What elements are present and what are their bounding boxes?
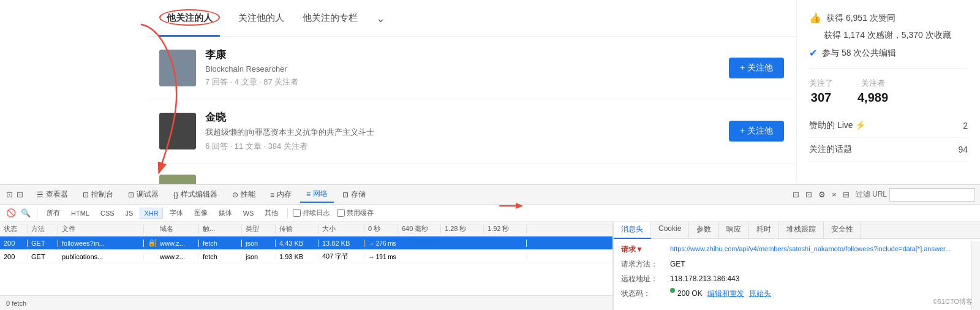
- filter-sep-1: [37, 208, 37, 218]
- toolbar-action-icons: ⊡ ⊡ ⚙ × ⊟: [791, 189, 851, 200]
- req-tab-security[interactable]: 安全性: [824, 222, 861, 238]
- req-tab-headers[interactable]: 消息头: [614, 222, 651, 239]
- filter-url-label: 过滤 URL: [856, 189, 887, 200]
- filter-all[interactable]: 所有: [42, 206, 64, 219]
- row1-method: GET: [28, 253, 58, 260]
- person-stats-0: 7 回答 · 4 文章 · 87 关注者: [205, 77, 720, 88]
- person-name-1[interactable]: 金晓: [205, 110, 720, 124]
- filter-image[interactable]: 图像: [190, 206, 212, 219]
- profile-section: 他关注的人 关注他的人 他关注的专栏 ⌄ 李康 Blockchain Resea…: [0, 0, 796, 202]
- edit-resend-link[interactable]: 编辑和重发: [707, 288, 744, 299]
- devtools-toolbar: ⊡ ⊡ ☰ 查看器 ⊡ 控制台 ⊡ 调试器 {} 样式编辑器 ⊙ 性能: [0, 185, 980, 205]
- person-avatar-1: [159, 113, 196, 149]
- person-info-0: 李康 Blockchain Researcher 7 回答 · 4 文章 · 8…: [205, 48, 720, 88]
- detail-url-row: 请求▼ https://www.zhihu.com/api/v4/members…: [621, 244, 973, 255]
- top-content: 他关注的人 关注他的人 他关注的专栏 ⌄ 李康 Blockchain Resea…: [0, 0, 980, 202]
- row1-waterfall: → 191 ms: [364, 253, 527, 260]
- header-type: 类型: [242, 224, 276, 233]
- follow-button-1[interactable]: + 关注他: [729, 121, 784, 142]
- clear-icon[interactable]: 🚫: [5, 207, 17, 219]
- thumbs-up-icon: 👍: [809, 12, 821, 24]
- header-status: 状态: [0, 224, 28, 233]
- detail-method-label: 请求方法：: [621, 259, 670, 270]
- tab-style-editor[interactable]: {} 样式编辑器: [167, 187, 224, 202]
- filter-font[interactable]: 字体: [165, 206, 187, 219]
- filter-html[interactable]: HTML: [67, 208, 94, 219]
- filter-xhr[interactable]: XHR: [140, 208, 162, 219]
- settings-icon[interactable]: ⚙: [817, 189, 827, 200]
- row0-transfer: 4.43 KB: [276, 240, 318, 247]
- tab-console[interactable]: ⊡ 控制台: [77, 187, 119, 202]
- tab-debugger[interactable]: ⊡ 调试器: [122, 187, 165, 202]
- detail-status-row: 状态码： 200 OK 编辑和重发 原始头: [621, 288, 973, 299]
- close-icon[interactable]: ×: [831, 189, 838, 200]
- debugger-icon: ⊡: [128, 191, 134, 199]
- tab-following-columns[interactable]: 他关注的专栏: [303, 9, 358, 27]
- filter-url-input[interactable]: [889, 188, 975, 202]
- person-info-1: 金晓 我超级懒的|向罪恶资本主义抗争的共产主义斗士 6 回答 · 11 文章 ·…: [205, 110, 720, 152]
- disable-cache-label: 禁用缓存: [337, 208, 374, 217]
- req-tab-params[interactable]: 参数: [689, 222, 719, 238]
- tab-performance[interactable]: ⊙ 性能: [226, 187, 262, 202]
- devtools-panel: ⊡ ⊡ ☰ 查看器 ⊡ 控制台 ⊡ 调试器 {} 样式编辑器 ⊙ 性能: [0, 184, 980, 310]
- devtools-bottom-bar: 0 fetch: [0, 295, 612, 310]
- person-avatar-0: [159, 50, 196, 86]
- status-dot: [670, 288, 675, 293]
- memory-icon: ≡: [270, 191, 274, 199]
- filter-js[interactable]: JS: [121, 208, 138, 219]
- row0-type: json: [242, 240, 276, 247]
- page-container: 他关注的人 关注他的人 他关注的专栏 ⌄ 李康 Blockchain Resea…: [0, 0, 980, 310]
- original-header-link[interactable]: 原始头: [749, 288, 771, 299]
- dock-icon[interactable]: ⊡: [791, 189, 801, 200]
- persist-log-checkbox[interactable]: [293, 209, 301, 217]
- watermark: ©51CTO博客: [933, 297, 973, 306]
- header-file: 文件: [58, 224, 144, 233]
- req-tab-response[interactable]: 响应: [719, 222, 749, 238]
- devtools-icon-2[interactable]: ⊡: [15, 189, 24, 200]
- follow-button-0[interactable]: + 关注他: [729, 58, 784, 78]
- person-card-0: 李康 Blockchain Researcher 7 回答 · 4 文章 · 8…: [147, 37, 796, 99]
- tab-storage[interactable]: ⊡ 存储: [336, 187, 372, 202]
- undock-icon[interactable]: ⊡: [804, 189, 813, 200]
- tab-memory[interactable]: ≡ 内存: [264, 187, 298, 202]
- filter-media[interactable]: 媒体: [214, 206, 236, 219]
- scrollbar[interactable]: [971, 241, 980, 310]
- disable-cache-checkbox[interactable]: [337, 209, 345, 217]
- req-tab-cookie[interactable]: Cookie: [651, 222, 689, 238]
- fetch-count: 0 fetch: [6, 300, 26, 307]
- tab-network[interactable]: ≡ 网络: [300, 186, 334, 203]
- thanks-stat: 获得 1,174 次感谢，5,370 次收藏: [809, 30, 968, 41]
- req-tab-stack[interactable]: 堆栈跟踪: [779, 222, 824, 238]
- tab-inspector[interactable]: ☰ 查看器: [31, 187, 74, 202]
- header-time-640: 640 毫秒: [398, 224, 441, 233]
- filter-css[interactable]: CSS: [96, 208, 119, 219]
- following-value[interactable]: 307: [809, 91, 833, 105]
- detail-method-row: 请求方法： GET: [621, 259, 973, 270]
- row0-status: 200: [0, 240, 28, 247]
- tab-followers-of-him[interactable]: 关注他的人: [238, 9, 284, 27]
- tab-more-icon[interactable]: ⌄: [376, 12, 385, 25]
- row1-transfer: 1.93 KB: [276, 253, 318, 260]
- expand-icon[interactable]: ⊟: [842, 189, 851, 200]
- live-count: 2: [963, 121, 968, 130]
- request-details-content: 请求▼ https://www.zhihu.com/api/v4/members…: [614, 239, 980, 308]
- row1-status: 200: [0, 253, 28, 260]
- following-label: 关注了: [809, 78, 833, 89]
- row0-file: followees?in...: [58, 240, 144, 247]
- followers-value[interactable]: 4,989: [858, 91, 888, 105]
- person-card-1: 金晓 我超级懒的|向罪恶资本主义抗争的共产主义斗士 6 回答 · 11 文章 ·…: [147, 99, 796, 164]
- req-tab-timing[interactable]: 耗时: [749, 222, 779, 238]
- filter-other[interactable]: 其他: [260, 206, 282, 219]
- follow-counts: 关注了 307 关注者 4,989: [809, 78, 968, 105]
- person-title-1: 我超级懒的|向罪恶资本主义抗争的共产主义斗士: [205, 127, 720, 138]
- devtools-icon-1[interactable]: ⊡: [5, 189, 14, 200]
- filter-ws[interactable]: WS: [239, 208, 258, 219]
- header-time-192: 1.92 秒: [484, 224, 527, 233]
- detail-url-value[interactable]: https://www.zhihu.com/api/v4/members/sat…: [670, 244, 951, 255]
- row0-waterfall: → 276 ms: [364, 240, 527, 247]
- network-icon: ≡: [306, 190, 311, 198]
- person-name-0[interactable]: 李康: [205, 48, 720, 62]
- search-icon[interactable]: 🔍: [20, 207, 32, 219]
- thanks-text: 获得 1,174 次感谢，5,370 次收藏: [824, 30, 951, 41]
- tab-following-people[interactable]: 他关注的人: [159, 9, 220, 27]
